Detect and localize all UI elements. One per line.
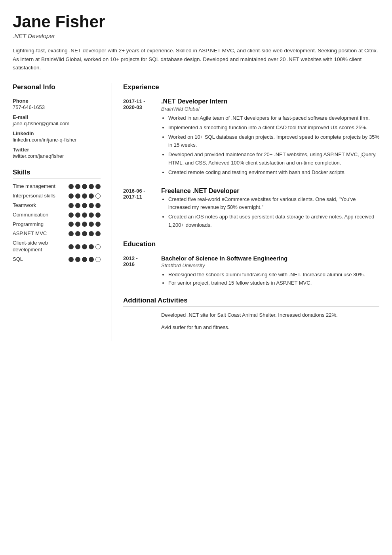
linkedin-value: linkedin.com/in/jane-q-fisher bbox=[13, 137, 101, 143]
skill-dots bbox=[69, 203, 101, 208]
skill-dots bbox=[69, 193, 101, 199]
education-school: Stratford University bbox=[161, 262, 379, 268]
experience-bullet: Created an iOS notes app that uses persi… bbox=[168, 213, 379, 230]
dot-filled bbox=[69, 184, 74, 189]
dot-filled bbox=[89, 193, 94, 199]
right-column: Experience 2017-11 - 2020-03.NET Develop… bbox=[112, 83, 379, 341]
experience-bullets: Created five real-world eCommerce websit… bbox=[161, 195, 379, 230]
additional-text: Developed .NET site for Salt Coast Anima… bbox=[161, 311, 379, 320]
experience-job-title: .NET Developer Intern bbox=[161, 98, 379, 105]
skill-name: Programming bbox=[13, 221, 64, 228]
experience-section: Experience 2017-11 - 2020-03.NET Develop… bbox=[123, 83, 379, 231]
dot-filled bbox=[75, 244, 80, 249]
dot-filled bbox=[95, 184, 101, 189]
education-entry: 2012 - 2016Bachelor of Science in Softwa… bbox=[123, 255, 379, 287]
phone-label: Phone bbox=[13, 98, 101, 104]
education-bullet: Redesigned the school's alumni fundraisi… bbox=[168, 271, 379, 279]
skill-name: Interpersonal skills bbox=[13, 193, 64, 199]
skill-row: SQL bbox=[13, 256, 101, 263]
dot-empty bbox=[95, 193, 101, 199]
experience-entry: 2017-11 - 2020-03.NET Developer InternBr… bbox=[123, 98, 379, 178]
experience-company: BrainWild Global bbox=[161, 106, 379, 112]
twitter-value: twitter.com/janeqfisher bbox=[13, 153, 101, 159]
dot-filled bbox=[89, 222, 94, 227]
email-value: jane.q.fisher@gmail.com bbox=[13, 121, 101, 126]
experience-bullet: Worked in an Agile team of .NET develope… bbox=[168, 114, 379, 122]
dot-filled bbox=[82, 193, 87, 199]
additional-entry: Developed .NET site for Salt Coast Anima… bbox=[123, 311, 379, 320]
skill-name: Client-side web development bbox=[13, 240, 64, 253]
skill-row: Interpersonal skills bbox=[13, 193, 101, 199]
left-column: Personal Info Phone 757-646-1653 E-mail … bbox=[13, 83, 112, 341]
skill-dots bbox=[69, 257, 101, 262]
experience-content: Freelance .NET DeveloperCreated five rea… bbox=[161, 188, 379, 231]
dot-filled bbox=[89, 184, 94, 189]
experience-title: Experience bbox=[123, 83, 379, 93]
dot-filled bbox=[75, 212, 80, 218]
dot-filled bbox=[69, 244, 74, 249]
dot-filled bbox=[89, 231, 94, 236]
experience-job-title: Freelance .NET Developer bbox=[161, 188, 379, 195]
skills-title: Skills bbox=[13, 168, 101, 178]
experience-bullet: Created five real-world eCommerce websit… bbox=[168, 195, 379, 212]
education-bullets: Redesigned the school's alumni fundraisi… bbox=[161, 271, 379, 287]
skill-dots bbox=[69, 231, 101, 236]
education-title: Education bbox=[123, 240, 379, 250]
additional-title: Additional Activities bbox=[123, 297, 379, 306]
personal-info-section: Personal Info Phone 757-646-1653 E-mail … bbox=[13, 83, 101, 159]
skill-row: ASP.NET MVC bbox=[13, 230, 101, 237]
skill-name: Time management bbox=[13, 183, 64, 190]
dot-filled bbox=[89, 203, 94, 208]
dot-filled bbox=[82, 231, 87, 236]
dot-filled bbox=[95, 212, 101, 218]
skill-dots bbox=[69, 184, 101, 189]
experience-bullet: Implemented a smoothing function into a … bbox=[168, 124, 379, 132]
education-content: Bachelor of Science in Software Engineer… bbox=[161, 255, 379, 287]
skill-dots bbox=[69, 244, 101, 249]
candidate-title: .NET Developer bbox=[13, 33, 379, 39]
education-list: 2012 - 2016Bachelor of Science in Softwa… bbox=[123, 255, 379, 287]
personal-info-title: Personal Info bbox=[13, 83, 101, 93]
skill-row: Client-side web development bbox=[13, 240, 101, 253]
additional-entry: Avid surfer for fun and fitness. bbox=[123, 323, 379, 332]
additional-spacer bbox=[123, 323, 155, 332]
skill-name: Communication bbox=[13, 212, 64, 218]
twitter-label: Twitter bbox=[13, 147, 101, 153]
skill-row: Communication bbox=[13, 212, 101, 218]
skill-name: SQL bbox=[13, 256, 64, 263]
additional-text: Avid surfer for fun and fitness. bbox=[161, 323, 379, 332]
experience-bullet: Developed and provided maintenance for 2… bbox=[168, 151, 379, 167]
dot-empty bbox=[95, 244, 101, 249]
linkedin-label: LinkedIn bbox=[13, 130, 101, 136]
dot-filled bbox=[75, 193, 80, 199]
candidate-summary: Lightning-fast, exacting .NET developer … bbox=[13, 46, 379, 72]
skills-section: Skills Time managementInterpersonal skil… bbox=[13, 168, 101, 263]
experience-dates: 2017-11 - 2020-03 bbox=[123, 98, 155, 178]
experience-content: .NET Developer InternBrainWild GlobalWor… bbox=[161, 98, 379, 178]
dot-filled bbox=[95, 203, 101, 208]
phone-value: 757-646-1653 bbox=[13, 104, 101, 110]
dot-filled bbox=[69, 231, 74, 236]
email-label: E-mail bbox=[13, 114, 101, 120]
experience-bullet: Created remote coding and testing enviro… bbox=[168, 168, 379, 177]
dot-filled bbox=[89, 257, 94, 262]
education-degree: Bachelor of Science in Software Engineer… bbox=[161, 255, 379, 262]
dot-filled bbox=[82, 222, 87, 227]
education-dates: 2012 - 2016 bbox=[123, 255, 155, 287]
skill-name: ASP.NET MVC bbox=[13, 230, 64, 237]
additional-list: Developed .NET site for Salt Coast Anima… bbox=[123, 311, 379, 332]
skill-dots bbox=[69, 222, 101, 227]
education-bullet: For senior project, trained 15 fellow st… bbox=[168, 279, 379, 287]
candidate-name: Jane Fisher bbox=[13, 13, 379, 31]
dot-filled bbox=[69, 257, 74, 262]
dot-filled bbox=[95, 222, 101, 227]
dot-filled bbox=[75, 222, 80, 227]
dot-filled bbox=[82, 244, 87, 249]
dot-filled bbox=[95, 231, 101, 236]
additional-spacer bbox=[123, 311, 155, 320]
dot-filled bbox=[75, 257, 80, 262]
experience-dates: 2016-06 - 2017-11 bbox=[123, 188, 155, 231]
dot-filled bbox=[75, 203, 80, 208]
skills-list: Time managementInterpersonal skillsTeamw… bbox=[13, 183, 101, 263]
dot-filled bbox=[82, 184, 87, 189]
